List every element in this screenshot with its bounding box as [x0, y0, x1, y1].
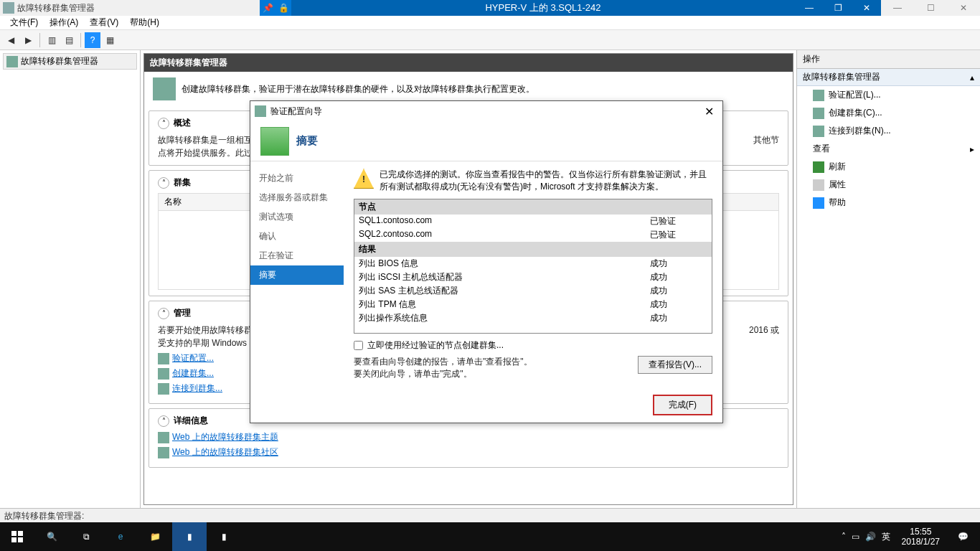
tray-volume-icon[interactable]: 🔊: [865, 532, 876, 542]
collapse-icon[interactable]: ˄: [158, 177, 169, 189]
results-listbox[interactable]: 节点 SQL1.contoso.com已验证SQL2.contoso.com已验…: [354, 199, 712, 334]
cluster-icon: [6, 56, 18, 67]
wiz-nav-summary[interactable]: 摘要: [250, 265, 344, 285]
action-create[interactable]: 创建群集(C)...: [797, 104, 980, 122]
clock-date: 2018/1/27: [902, 537, 940, 547]
ime-indicator[interactable]: 英: [882, 531, 890, 543]
intro-text: 创建故障转移群集，验证用于潜在故障转移群集的硬件，以及对故障转移群集执行配置更改…: [182, 83, 534, 95]
node-row[interactable]: SQL1.contoso.com已验证: [354, 215, 712, 228]
taskbar-app1-icon[interactable]: ▮: [172, 522, 207, 551]
nav-forward-button[interactable]: ▶: [20, 32, 36, 48]
vm-minimize-button[interactable]: —: [795, 3, 824, 13]
actions-pane: 操作 故障转移群集管理器 ▴ 验证配置(L)... 创建群集(C)... 连接到…: [796, 50, 980, 508]
overview-line2: 点将开始提供服务。此过…: [158, 146, 261, 159]
host-close-button[interactable]: ✕: [947, 0, 980, 16]
create-icon: [813, 108, 824, 119]
svg-rect-3: [18, 537, 23, 542]
pin-icon[interactable]: 📌: [260, 0, 275, 16]
create-cluster-now-checkbox[interactable]: [354, 341, 363, 350]
connect-icon: [813, 126, 824, 137]
menu-help[interactable]: 帮助(H): [124, 15, 165, 30]
overview-title: 概述: [174, 117, 191, 129]
host-minimize-button[interactable]: —: [881, 0, 914, 16]
action-help[interactable]: 帮助: [797, 194, 980, 212]
collapse-icon[interactable]: ˄: [158, 308, 169, 319]
toolbar-separator: [39, 33, 40, 47]
wizard-banner: 摘要: [250, 121, 722, 161]
overview-trail: 其他节: [753, 133, 779, 159]
actions-title: 操作: [797, 50, 980, 69]
svg-rect-0: [11, 531, 17, 536]
intro-icon: [153, 77, 176, 100]
collapse-icon[interactable]: ˄: [158, 415, 169, 427]
wizard-close-button[interactable]: ✕: [700, 105, 718, 118]
result-row[interactable]: 列出 SAS 主机总线适配器成功: [354, 284, 712, 298]
create-icon: [158, 368, 169, 380]
link-web-community[interactable]: Web 上的故障转移群集社区: [158, 446, 779, 458]
start-button[interactable]: [0, 522, 34, 551]
taskbar-clock[interactable]: 15:55 2018/1/27: [896, 527, 946, 547]
wizard-note: 要查看由向导创建的报告，请单击"查看报告"。 要关闭此向导，请单击"完成"。: [354, 356, 532, 380]
action-center-button[interactable]: 💬: [946, 522, 980, 551]
toolbar-panel1-button[interactable]: ▥: [44, 32, 60, 48]
result-row[interactable]: 列出 BIOS 信息成功: [354, 257, 712, 270]
manage-trail: 2016 或: [749, 324, 779, 349]
task-view-button[interactable]: ⧉: [69, 522, 103, 551]
wiz-nav-before[interactable]: 开始之前: [250, 169, 344, 188]
result-row[interactable]: 列出 iSCSI 主机总线适配器成功: [354, 270, 712, 284]
web-icon: [158, 432, 169, 443]
properties-icon: [813, 179, 824, 191]
taskbar-explorer-icon[interactable]: 📁: [138, 522, 172, 551]
tray-network-icon[interactable]: ▭: [852, 532, 859, 542]
taskbar-app2-icon[interactable]: ▮: [207, 522, 241, 551]
link-web-topics[interactable]: Web 上的故障转移群集主题: [158, 431, 779, 443]
finish-button[interactable]: 完成(F): [653, 395, 712, 415]
wiz-nav-validating[interactable]: 正在验证: [250, 246, 344, 265]
system-tray[interactable]: ˄ ▭ 🔊 英: [836, 531, 896, 543]
view-report-button[interactable]: 查看报告(V)...: [638, 356, 712, 374]
menu-view[interactable]: 查看(V): [84, 15, 124, 30]
menu-file[interactable]: 文件(F): [4, 15, 44, 30]
toolbar: ◀ ▶ ▥ ▤ ? ▦: [0, 30, 980, 50]
vm-close-button[interactable]: ✕: [852, 3, 881, 13]
svg-rect-2: [11, 537, 17, 542]
nodes-header: 节点: [354, 199, 712, 215]
actions-collapse-icon[interactable]: ▴: [970, 72, 974, 83]
details-title: 详细信息: [174, 415, 208, 427]
toolbar-panel2-button[interactable]: ▤: [61, 32, 77, 48]
wizard-title-text: 验证配置向导: [270, 105, 322, 118]
manage-title: 管理: [174, 307, 191, 319]
host-maximize-button[interactable]: ☐: [914, 0, 947, 16]
toolbar-separator: [80, 33, 81, 47]
taskbar[interactable]: 🔍 ⧉ e 📁 ▮ ▮ ˄ ▭ 🔊 英 15:55 2018/1/27 💬: [0, 522, 980, 551]
wiz-nav-options[interactable]: 测试选项: [250, 207, 344, 227]
host-window-buttons: — ☐ ✕: [881, 0, 980, 16]
action-view[interactable]: 查看▸: [797, 140, 980, 158]
vm-maximize-button[interactable]: ❐: [824, 3, 852, 13]
node-row[interactable]: SQL2.contoso.com已验证: [354, 228, 712, 242]
result-row[interactable]: 列出操作系统信息成功: [354, 311, 712, 325]
action-connect[interactable]: 连接到群集(N)...: [797, 122, 980, 140]
action-validate[interactable]: 验证配置(L)...: [797, 86, 980, 104]
collapse-icon[interactable]: ˄: [158, 118, 169, 129]
search-button[interactable]: 🔍: [34, 522, 69, 551]
nav-back-button[interactable]: ◀: [3, 32, 19, 48]
toolbar-help-button[interactable]: ?: [85, 32, 100, 48]
wiz-nav-select[interactable]: 选择服务器或群集: [250, 188, 344, 207]
warning-icon: [354, 169, 374, 189]
result-row[interactable]: 列出 TPM 信息成功: [354, 298, 712, 311]
wizard-content: 已完成你选择的测试。你应当查看报告中的警告。仅当你运行所有群集验证测试，并且所有…: [344, 161, 722, 387]
tray-up-icon[interactable]: ˄: [842, 532, 846, 542]
lock-icon[interactable]: 🔒: [275, 0, 291, 16]
menu-action[interactable]: 操作(A): [44, 15, 84, 30]
toolbar-properties-button[interactable]: ▦: [102, 32, 118, 48]
action-properties[interactable]: 属性: [797, 176, 980, 194]
taskbar-ie-icon[interactable]: e: [103, 522, 138, 551]
tree-pane[interactable]: 故障转移群集管理器: [0, 50, 141, 508]
svg-rect-1: [18, 531, 23, 536]
wiz-nav-confirm[interactable]: 确认: [250, 227, 344, 246]
action-refresh[interactable]: 刷新: [797, 158, 980, 176]
validate-icon: [158, 353, 169, 364]
wizard-titlebar[interactable]: 验证配置向导 ✕: [250, 101, 722, 121]
tree-root-item[interactable]: 故障转移群集管理器: [3, 53, 137, 70]
